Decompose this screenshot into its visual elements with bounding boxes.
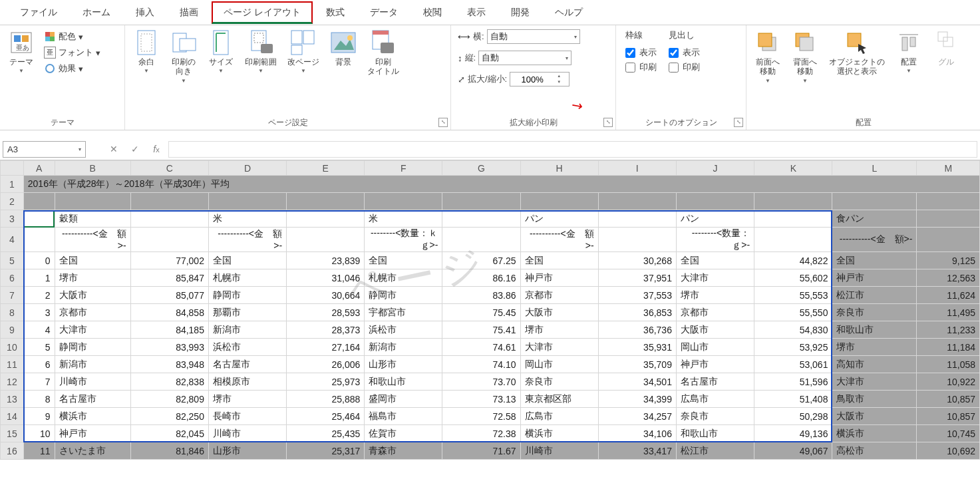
cell-r3-5[interactable]: 米 <box>365 210 442 228</box>
cell-r7-c6[interactable]: 京都市 <box>520 287 598 304</box>
cell-r15-c0[interactable]: 神戸市 <box>55 425 130 442</box>
cell-r2-10[interactable] <box>754 193 832 210</box>
col-header-C[interactable]: C <box>130 161 208 176</box>
cell-r6-c11[interactable]: 12,563 <box>917 269 980 287</box>
cell-idx-16[interactable]: 11 <box>23 442 55 460</box>
cell-r7-c7[interactable]: 37,553 <box>598 287 676 304</box>
themes-button[interactable]: 亜あ テーマ ▼ <box>4 28 39 75</box>
cell-r13-c7[interactable]: 34,399 <box>598 391 676 408</box>
col-header-M[interactable]: M <box>917 161 980 176</box>
row-header-4[interactable]: 4 <box>1 228 24 252</box>
cell-r16-c5[interactable]: 71.67 <box>442 442 520 460</box>
breaks-button[interactable]: 改ページ▼ <box>283 28 323 75</box>
cell-r3-2[interactable] <box>130 210 208 228</box>
cell-r7-c9[interactable]: 55,553 <box>754 287 832 304</box>
cell-r16-c9[interactable]: 49,067 <box>754 442 832 460</box>
cell-r14-c4[interactable]: 福島市 <box>365 408 442 425</box>
cell-r4-7[interactable]: ----------<金 額>- <box>520 228 598 252</box>
cell-r3-11[interactable]: 食パン <box>832 210 917 228</box>
row-header-6[interactable]: 6 <box>1 269 24 287</box>
col-header-E[interactable]: E <box>287 161 365 176</box>
cell-idx-10[interactable]: 5 <box>23 339 55 356</box>
cell-r10-c2[interactable]: 浜松市 <box>208 339 286 356</box>
scale-percent-input[interactable]: ▲▼ <box>510 72 570 86</box>
cell-r13-c11[interactable]: 10,857 <box>917 391 980 408</box>
cell-r5-c11[interactable]: 9,125 <box>917 252 980 269</box>
cell-r12-c6[interactable]: 奈良市 <box>520 373 598 391</box>
cell-r3-3[interactable]: 米 <box>208 210 286 228</box>
spin-up[interactable]: ▲ <box>554 73 564 79</box>
cell-r14-c5[interactable]: 72.58 <box>442 408 520 425</box>
cell-r6-c3[interactable]: 31,046 <box>287 269 365 287</box>
row-header-3[interactable]: 3 <box>1 210 24 228</box>
background-button[interactable]: 背景 <box>326 28 361 68</box>
cell-r6-c4[interactable]: 札幌市 <box>365 269 442 287</box>
cell-r6-c6[interactable]: 神戸市 <box>520 269 598 287</box>
cell-r5-c0[interactable]: 全国 <box>55 252 130 269</box>
cell-r11-c9[interactable]: 53,061 <box>754 356 832 373</box>
cell-r5-c8[interactable]: 全国 <box>676 252 754 269</box>
cell-r5-c1[interactable]: 77,002 <box>130 252 208 269</box>
cell-r9-c9[interactable]: 54,830 <box>754 321 832 339</box>
cell-r12-c2[interactable]: 相模原市 <box>208 373 286 391</box>
col-header-I[interactable]: I <box>598 161 676 176</box>
cell-r8-c10[interactable]: 奈良市 <box>832 304 917 321</box>
cell-r11-c11[interactable]: 11,058 <box>917 356 980 373</box>
cell-r11-c7[interactable]: 35,709 <box>598 356 676 373</box>
cell-r6-c1[interactable]: 85,847 <box>130 269 208 287</box>
orientation-button[interactable]: 印刷の 向き▼ <box>166 28 201 85</box>
cell-r10-c11[interactable]: 11,184 <box>917 339 980 356</box>
cell-r14-c0[interactable]: 横浜市 <box>55 408 130 425</box>
cell-r12-c10[interactable]: 大津市 <box>832 373 917 391</box>
cell-r13-c1[interactable]: 82,809 <box>130 391 208 408</box>
cell-r2-12[interactable] <box>917 193 980 210</box>
bring-forward-button[interactable]: 前面へ 移動▼ <box>750 28 785 85</box>
row-header-14[interactable]: 14 <box>1 408 24 425</box>
cell-r16-c7[interactable]: 33,417 <box>598 442 676 460</box>
formula-input[interactable] <box>168 141 977 158</box>
cell-idx-13[interactable]: 8 <box>23 391 55 408</box>
tab-insert[interactable]: 挿入 <box>124 1 166 24</box>
cell-r11-c8[interactable]: 神戸市 <box>676 356 754 373</box>
col-header-K[interactable]: K <box>754 161 832 176</box>
cell-idx-9[interactable]: 4 <box>23 321 55 339</box>
cell-r4-2[interactable] <box>130 228 208 252</box>
cell-r10-c8[interactable]: 岡山市 <box>676 339 754 356</box>
cell-r10-c3[interactable]: 27,164 <box>287 339 365 356</box>
cell-A1[interactable]: 2016年（平成28年）～2018年（平成30年）平均 <box>23 176 979 193</box>
cell-r12-c3[interactable]: 25,973 <box>287 373 365 391</box>
cell-r2-0[interactable] <box>23 193 55 210</box>
row-header-8[interactable]: 8 <box>1 304 24 321</box>
cell-r11-c10[interactable]: 高知市 <box>832 356 917 373</box>
cell-r2-9[interactable] <box>676 193 754 210</box>
print-titles-button[interactable]: 印刷 タイトル <box>363 28 403 78</box>
cell-r11-c4[interactable]: 山形市 <box>365 356 442 373</box>
cell-r15-c4[interactable]: 佐賀市 <box>365 425 442 442</box>
scale-launcher[interactable]: ⤡ <box>603 118 613 127</box>
cell-r15-c6[interactable]: 横浜市 <box>520 425 598 442</box>
sheet-options-launcher[interactable]: ⤡ <box>734 118 743 127</box>
cell-r13-c4[interactable]: 盛岡市 <box>365 391 442 408</box>
cell-r16-c1[interactable]: 81,846 <box>130 442 208 460</box>
tab-view[interactable]: 表示 <box>455 1 498 24</box>
cell-r10-c0[interactable]: 静岡市 <box>55 339 130 356</box>
cell-r3-6[interactable] <box>442 210 520 228</box>
cell-r15-c7[interactable]: 34,106 <box>598 425 676 442</box>
enter-formula-button[interactable]: ✓ <box>126 141 144 158</box>
cell-r6-c2[interactable]: 札幌市 <box>208 269 286 287</box>
size-button[interactable]: サイズ▼ <box>204 28 238 75</box>
cell-r11-c2[interactable]: 名古屋市 <box>208 356 286 373</box>
row-header-1[interactable]: 1 <box>1 176 24 193</box>
cell-r9-c1[interactable]: 84,185 <box>130 321 208 339</box>
cell-r3-1[interactable]: 穀類 <box>55 210 130 228</box>
cell-r8-c9[interactable]: 55,550 <box>754 304 832 321</box>
cell-r5-c7[interactable]: 30,268 <box>598 252 676 269</box>
cell-r5-c6[interactable]: 全国 <box>520 252 598 269</box>
cell-r13-c10[interactable]: 鳥取市 <box>832 391 917 408</box>
cell-r15-c3[interactable]: 25,435 <box>287 425 365 442</box>
cell-r11-c6[interactable]: 岡山市 <box>520 356 598 373</box>
scale-width-select[interactable]: 自動▾ <box>487 29 580 44</box>
send-backward-button[interactable]: 背面へ 移動▼ <box>788 28 822 85</box>
cell-r7-c11[interactable]: 11,624 <box>917 287 980 304</box>
cell-r13-c3[interactable]: 25,888 <box>287 391 365 408</box>
